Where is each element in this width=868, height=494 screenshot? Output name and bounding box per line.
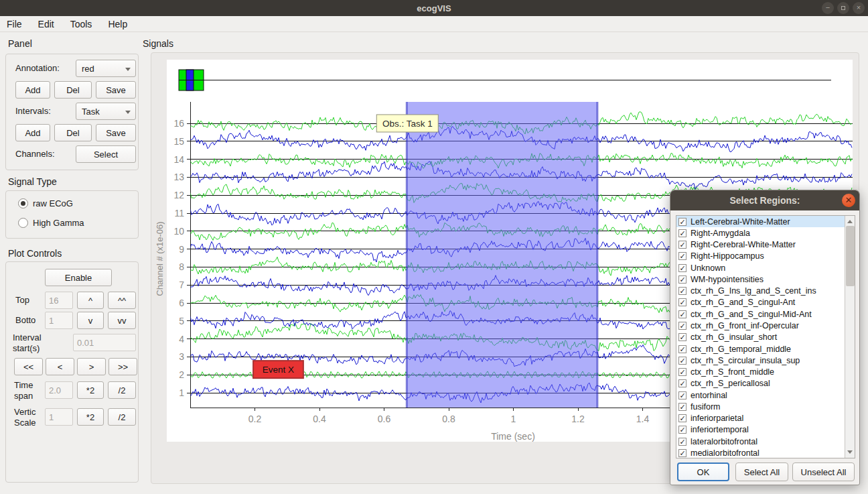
region-checkbox[interactable]: ✓ xyxy=(678,264,686,272)
title-bar[interactable]: ecogVIS − × xyxy=(0,0,868,16)
radio-high-gamma[interactable]: High Gamma xyxy=(18,218,84,228)
channel-down-fast-button[interactable]: vv xyxy=(108,312,136,329)
menu-help[interactable]: Help xyxy=(101,17,137,31)
maximize-icon[interactable] xyxy=(837,2,849,14)
region-checkbox[interactable]: ✓ xyxy=(678,218,686,226)
region-checkbox[interactable]: ✓ xyxy=(678,357,686,365)
region-checkbox[interactable]: ✓ xyxy=(678,414,686,422)
region-list[interactable]: ✓Left-Cerebral-White-Matter✓Right-Amygda… xyxy=(676,215,855,458)
enable-button[interactable]: Enable xyxy=(45,269,112,286)
region-list-item[interactable]: ✓WM-hypointensities xyxy=(676,273,845,285)
menu-edit[interactable]: Edit xyxy=(31,17,64,31)
region-checkbox[interactable]: ✓ xyxy=(678,252,686,260)
signal-type-section-title: Signal Type xyxy=(8,176,57,187)
interval-highlight-region[interactable] xyxy=(407,102,597,408)
select-all-button[interactable]: Select All xyxy=(735,462,788,481)
ok-button[interactable]: OK xyxy=(677,462,729,481)
region-label: lateralorbitofrontal xyxy=(691,437,757,446)
region-list-item[interactable]: ✓inferiorparietal xyxy=(676,413,845,424)
annotation-del-button[interactable]: Del xyxy=(54,81,92,99)
vertical-scale-input[interactable]: 1 xyxy=(45,408,73,426)
step-back-button[interactable]: < xyxy=(46,358,74,375)
step-forward-button[interactable]: > xyxy=(77,358,106,375)
region-list-item[interactable]: ✓ctx_rh_G_Ins_lg_and_S_cent_ins xyxy=(676,286,845,297)
menu-tools[interactable]: Tools xyxy=(64,17,102,31)
scroll-up-icon[interactable] xyxy=(845,217,855,226)
y-tick-label: 2 xyxy=(179,369,184,380)
intervals-add-button[interactable]: Add xyxy=(15,124,50,141)
region-checkbox[interactable]: ✓ xyxy=(678,322,686,330)
region-checkbox[interactable]: ✓ xyxy=(678,333,686,341)
region-checkbox[interactable]: ✓ xyxy=(678,298,686,306)
region-checkbox[interactable]: ✓ xyxy=(678,241,686,249)
scrollbar-thumb[interactable] xyxy=(846,226,855,286)
region-list-item[interactable]: ✓ctx_rh_S_front_middle xyxy=(676,366,845,377)
region-checkbox[interactable]: ✓ xyxy=(678,438,686,446)
region-list-item[interactable]: ✓Left-Cerebral-White-Matter xyxy=(676,216,845,227)
interval-start-input[interactable]: 0.01 xyxy=(73,334,136,351)
region-checkbox[interactable]: ✓ xyxy=(678,391,686,399)
top-input[interactable]: 16 xyxy=(45,292,73,309)
region-label: Right-Hippocampus xyxy=(691,251,764,261)
minimize-icon[interactable]: − xyxy=(822,2,834,14)
event-marker[interactable]: Event X xyxy=(253,361,303,378)
y-tick-label: 7 xyxy=(179,280,184,290)
channels-select-button[interactable]: Select xyxy=(76,145,136,163)
region-list-item[interactable]: ✓ctx_rh_G_and_S_cingul-Mid-Ant xyxy=(676,308,845,320)
annotation-add-button[interactable]: Add xyxy=(15,81,50,99)
bottom-input[interactable]: 1 xyxy=(45,312,73,329)
intervals-save-button[interactable]: Save xyxy=(96,124,136,141)
region-checkbox[interactable]: ✓ xyxy=(678,287,686,295)
region-list-item[interactable]: ✓entorhinal xyxy=(676,389,845,401)
region-list-item[interactable]: ✓ctx_rh_S_pericallosal xyxy=(676,378,845,389)
overview-minimap[interactable] xyxy=(179,70,831,90)
region-list-item[interactable]: ✓medialorbitofrontal xyxy=(676,447,845,458)
region-list-item[interactable]: ✓ctx_rh_S_circular_insula_sup xyxy=(676,355,845,366)
time-span-half-button[interactable]: /2 xyxy=(108,381,136,399)
region-checkbox[interactable]: ✓ xyxy=(678,449,686,457)
x-tick-label: 0.4 xyxy=(313,414,326,424)
region-checkbox[interactable]: ✓ xyxy=(678,368,686,376)
page-back-button[interactable]: << xyxy=(14,358,43,375)
region-list-item[interactable]: ✓lateralorbitofrontal xyxy=(676,436,845,447)
unselect-all-button[interactable]: Unselect All xyxy=(792,462,855,481)
scroll-down-icon[interactable] xyxy=(845,448,855,457)
intervals-del-button[interactable]: Del xyxy=(54,124,92,141)
intervals-combobox[interactable]: Task xyxy=(76,103,136,120)
region-checkbox[interactable]: ✓ xyxy=(678,229,686,237)
region-checkbox[interactable]: ✓ xyxy=(678,310,686,318)
annotation-save-button[interactable]: Save xyxy=(96,81,136,99)
vertical-scale-double-button[interactable]: *2 xyxy=(77,408,104,426)
channel-up-button[interactable]: ^ xyxy=(77,292,104,309)
close-icon[interactable]: × xyxy=(853,2,865,14)
region-list-item[interactable]: ✓fusiform xyxy=(676,401,845,412)
channel-up-fast-button[interactable]: ^^ xyxy=(108,292,136,309)
region-checkbox[interactable]: ✓ xyxy=(678,379,686,387)
region-list-scrollbar[interactable] xyxy=(845,216,855,458)
annotation-combobox[interactable]: red xyxy=(76,60,136,77)
region-list-item[interactable]: ✓ctx_rh_G_insular_short xyxy=(676,332,845,343)
region-checkbox[interactable]: ✓ xyxy=(678,426,686,434)
menu-file[interactable]: File xyxy=(0,17,31,31)
region-checkbox[interactable]: ✓ xyxy=(678,345,686,353)
time-span-input[interactable]: 2.0 xyxy=(45,381,73,399)
region-list-item[interactable]: ✓Right-Hippocampus xyxy=(676,251,845,262)
region-list-item[interactable]: ✓inferiortemporal xyxy=(676,424,845,436)
vertical-scale-half-button[interactable]: /2 xyxy=(108,408,136,426)
time-span-double-button[interactable]: *2 xyxy=(77,381,104,399)
channel-down-button[interactable]: v xyxy=(77,312,104,329)
region-list-item[interactable]: ✓Right-Amygdala xyxy=(676,227,845,239)
dialog-title-bar[interactable]: Select Regions: ✕ xyxy=(670,190,859,210)
region-checkbox[interactable]: ✓ xyxy=(678,403,686,411)
region-checkbox[interactable]: ✓ xyxy=(678,275,686,284)
radio-raw-ecog[interactable]: raw ECoG xyxy=(18,198,73,208)
region-list-item[interactable]: ✓ctx_rh_G_front_inf-Opercular xyxy=(676,320,845,331)
region-list-item[interactable]: ✓Unknown xyxy=(676,262,845,273)
region-list-item[interactable]: ✓Right-Cerebral-White-Matter xyxy=(676,239,845,251)
event-marker-text: Event X xyxy=(263,365,294,375)
region-list-item[interactable]: ✓ctx_rh_G_and_S_cingul-Ant xyxy=(676,297,845,308)
region-list-item[interactable]: ✓ctx_rh_G_temporal_middle xyxy=(676,343,845,355)
page-forward-button[interactable]: >> xyxy=(108,358,137,375)
dialog-close-icon[interactable]: ✕ xyxy=(842,194,855,207)
y-tick-label: 10 xyxy=(173,226,184,237)
